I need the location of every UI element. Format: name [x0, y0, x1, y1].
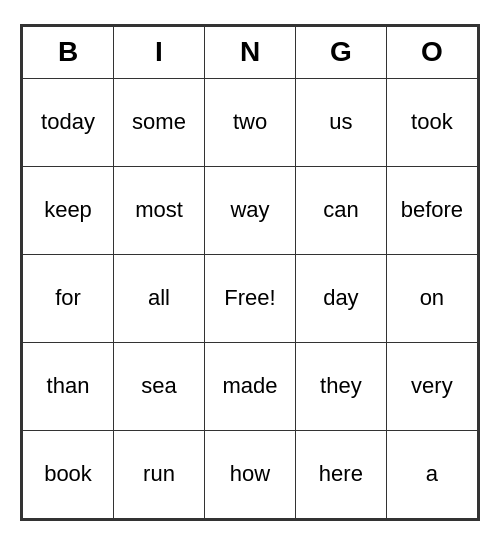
bingo-table: B I N G O todaysometwoustookkeepmostwayc…: [22, 26, 478, 519]
cell-r2-c1: all: [114, 254, 205, 342]
cell-r1-c0: keep: [23, 166, 114, 254]
table-row: thanseamadetheyvery: [23, 342, 478, 430]
cell-r3-c1: sea: [114, 342, 205, 430]
cell-r3-c0: than: [23, 342, 114, 430]
cell-r0-c0: today: [23, 78, 114, 166]
cell-r4-c2: how: [204, 430, 295, 518]
cell-r0-c4: took: [386, 78, 477, 166]
header-g: G: [296, 26, 387, 78]
cell-r2-c0: for: [23, 254, 114, 342]
cell-r2-c3: day: [296, 254, 387, 342]
table-row: keepmostwaycanbefore: [23, 166, 478, 254]
cell-r0-c1: some: [114, 78, 205, 166]
cell-r3-c2: made: [204, 342, 295, 430]
cell-r4-c4: a: [386, 430, 477, 518]
table-row: todaysometwoustook: [23, 78, 478, 166]
cell-r4-c0: book: [23, 430, 114, 518]
cell-r1-c1: most: [114, 166, 205, 254]
table-row: forallFree!dayon: [23, 254, 478, 342]
cell-r4-c3: here: [296, 430, 387, 518]
cell-r4-c1: run: [114, 430, 205, 518]
cell-r1-c3: can: [296, 166, 387, 254]
cell-r2-c2: Free!: [204, 254, 295, 342]
cell-r1-c4: before: [386, 166, 477, 254]
header-row: B I N G O: [23, 26, 478, 78]
cell-r3-c4: very: [386, 342, 477, 430]
header-n: N: [204, 26, 295, 78]
cell-r3-c3: they: [296, 342, 387, 430]
table-row: bookrunhowherea: [23, 430, 478, 518]
header-b: B: [23, 26, 114, 78]
cell-r0-c3: us: [296, 78, 387, 166]
cell-r1-c2: way: [204, 166, 295, 254]
header-o: O: [386, 26, 477, 78]
cell-r2-c4: on: [386, 254, 477, 342]
cell-r0-c2: two: [204, 78, 295, 166]
header-i: I: [114, 26, 205, 78]
bingo-card: B I N G O todaysometwoustookkeepmostwayc…: [20, 24, 480, 521]
